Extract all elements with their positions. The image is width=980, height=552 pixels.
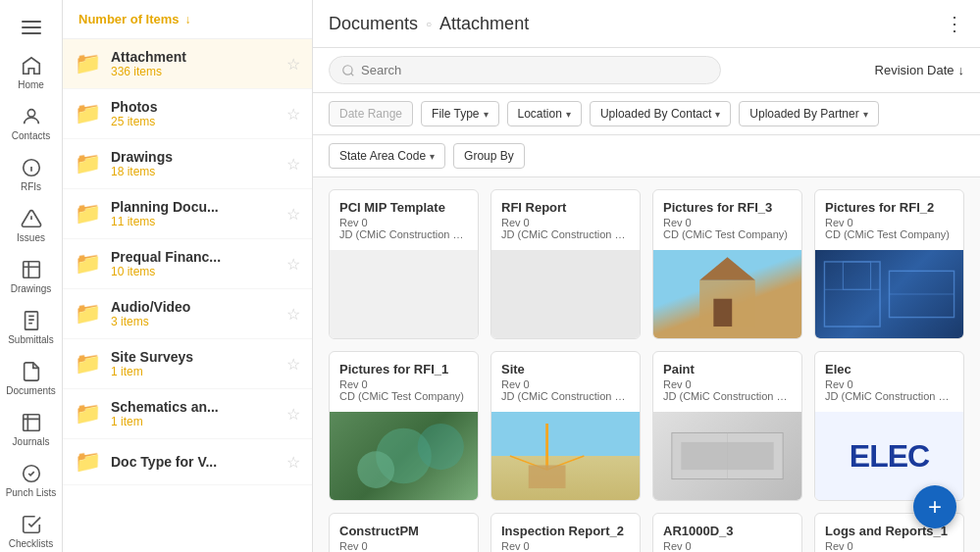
file-item-name: Attachment: [111, 49, 277, 65]
doc-rev: Rev 0: [339, 217, 468, 228]
chevron-down-icon: ▾: [430, 151, 435, 162]
document-card[interactable]: AR1000D_3 Rev 0 CD (CMiC Test Company): [652, 513, 802, 552]
file-item-schematics[interactable]: 📁 Schematics an... 1 item ☆: [63, 389, 312, 439]
sidebar-item-documents[interactable]: Documents: [0, 353, 62, 404]
document-card[interactable]: Paint Rev 0 JD (CMiC Construction Co...: [652, 351, 802, 501]
star-icon[interactable]: ☆: [286, 105, 300, 124]
state-area-code-filter[interactable]: State Area Code ▾: [329, 143, 445, 169]
star-icon[interactable]: ☆: [286, 255, 300, 274]
doc-rev: Rev 0: [663, 217, 792, 228]
doc-title: RFI Report: [501, 200, 630, 215]
file-type-filter[interactable]: File Type ▾: [421, 101, 498, 126]
add-button[interactable]: +: [913, 485, 956, 528]
file-item-count: 11 items: [111, 215, 277, 228]
sidebar-item-home[interactable]: Home: [0, 47, 62, 98]
file-item-drawings[interactable]: 📁 Drawings 18 items ☆: [63, 139, 312, 189]
star-icon[interactable]: ☆: [286, 155, 300, 174]
star-icon[interactable]: ☆: [286, 305, 300, 324]
doc-rev: Rev 0: [663, 378, 792, 390]
search-box[interactable]: [329, 56, 721, 84]
file-item-name: Schematics an...: [111, 399, 277, 415]
doc-thumbnail: [815, 250, 963, 338]
star-icon[interactable]: ☆: [286, 55, 300, 74]
group-by-filter[interactable]: Group By: [453, 143, 525, 169]
chevron-down-icon: ▾: [566, 109, 571, 120]
sidebar-item-punch-lists[interactable]: Punch Lists: [0, 455, 62, 506]
menu-icon[interactable]: [0, 8, 62, 47]
sidebar-item-drawings[interactable]: Drawings: [0, 251, 62, 302]
revision-date-arrow: ↓: [958, 63, 965, 77]
doc-title: Site: [501, 362, 630, 376]
doc-company: JD (CMiC Construction Co...: [501, 228, 630, 240]
document-card[interactable]: Site Rev 0 JD (CMiC Construction Co...: [490, 351, 641, 501]
file-sort-header[interactable]: Number of Items ↓: [63, 0, 312, 39]
svg-point-3: [27, 110, 34, 117]
star-icon[interactable]: ☆: [286, 205, 300, 224]
sidebar-item-journals[interactable]: Journals: [0, 404, 62, 455]
sidebar-item-contacts[interactable]: Contacts: [0, 98, 62, 149]
revision-date-sort[interactable]: Revision Date ↓: [875, 63, 964, 77]
doc-title: AR1000D_3: [663, 524, 792, 538]
sidebar-item-submittals[interactable]: Submittals: [0, 302, 62, 353]
location-filter[interactable]: Location ▾: [507, 101, 582, 126]
doc-rev: Rev 0: [825, 540, 954, 552]
doc-company: JD (CMiC Construction Co...: [501, 390, 630, 402]
doc-company: JD (CMiC Construction Co...: [825, 390, 954, 402]
doc-company: CD (CMiC Test Company): [339, 390, 468, 402]
file-item-name: Photos: [111, 99, 277, 115]
file-item-count: 336 items: [111, 65, 277, 78]
breadcrumb: Documents ○ Attachment: [329, 14, 529, 34]
file-item-prequal[interactable]: 📁 Prequal Financ... 10 items ☆: [63, 239, 312, 289]
document-card[interactable]: Pictures for RFI_1 Rev 0 CD (CMiC Test C…: [329, 351, 479, 501]
document-card[interactable]: Elec Rev 0 JD (CMiC Construction Co... E…: [814, 351, 964, 501]
folder-icon: 📁: [75, 101, 101, 126]
file-item-site_surveys[interactable]: 📁 Site Surveys 1 item ☆: [63, 339, 312, 389]
doc-company: JD (CMiC Construction Co...: [339, 228, 468, 240]
svg-marker-13: [699, 257, 755, 280]
document-card[interactable]: ConstructPM Rev 0 JD (CMiC Construction …: [329, 513, 479, 552]
doc-title: PCI MIP Template: [339, 200, 468, 215]
document-card[interactable]: Pictures for RFI_3 Rev 0 CD (CMiC Test C…: [652, 189, 802, 339]
document-card[interactable]: Inspection Report_2 Rev 0 JD (CMiC Const…: [490, 513, 641, 552]
sidebar-item-checklists[interactable]: Checklists: [0, 506, 62, 552]
doc-company: CD (CMiC Test Company): [825, 228, 954, 240]
uploaded-by-partner-filter[interactable]: Uploaded By Partner ▾: [739, 101, 878, 126]
svg-rect-5: [23, 262, 39, 278]
doc-thumbnail: [491, 250, 640, 338]
document-card[interactable]: PCI MIP Template Rev 0 JD (CMiC Construc…: [329, 189, 479, 339]
doc-rev: Rev 0: [501, 378, 630, 390]
more-options-icon[interactable]: ⋮: [945, 12, 964, 35]
date-range-filter[interactable]: Date Range: [329, 101, 413, 126]
star-icon[interactable]: ☆: [286, 355, 300, 374]
folder-icon: 📁: [75, 201, 101, 226]
star-icon[interactable]: ☆: [286, 405, 300, 424]
star-icon[interactable]: ☆: [286, 453, 300, 472]
document-card[interactable]: RFI Report Rev 0 JD (CMiC Construction C…: [490, 189, 641, 339]
svg-point-10: [343, 65, 352, 74]
file-item-planning[interactable]: 📁 Planning Docu... 11 items ☆: [63, 189, 312, 239]
svg-point-22: [418, 424, 464, 470]
sidebar: Home Contacts RFIs Issues Drawings: [0, 0, 63, 552]
sidebar-item-rfis[interactable]: RFIs: [0, 149, 62, 200]
file-item-attachment[interactable]: 📁 Attachment 336 items ☆: [63, 39, 312, 89]
doc-thumbnail: [653, 250, 801, 338]
doc-thumbnail: [491, 412, 640, 500]
svg-rect-0: [22, 21, 41, 23]
folder-icon: 📁: [75, 151, 101, 176]
file-item-doc_type[interactable]: 📁 Doc Type for V... ☆: [63, 439, 312, 485]
doc-title: Paint: [663, 362, 792, 376]
file-item-photos[interactable]: 📁 Photos 25 items ☆: [63, 89, 312, 139]
file-item-name: Doc Type for V...: [111, 454, 277, 470]
document-card[interactable]: Pictures for RFI_2 Rev 0 CD (CMiC Test C…: [814, 189, 964, 339]
sidebar-item-issues[interactable]: Issues: [0, 200, 62, 251]
doc-title: Elec: [825, 362, 954, 376]
search-input[interactable]: [361, 63, 708, 77]
breadcrumb-current: Attachment: [439, 14, 529, 34]
sort-arrow: ↓: [185, 13, 191, 26]
file-item-audio[interactable]: 📁 Audio/Video 3 items ☆: [63, 289, 312, 339]
svg-rect-6: [25, 312, 37, 329]
file-item-count: 3 items: [111, 315, 277, 328]
file-item-count: 1 item: [111, 415, 277, 428]
uploaded-by-contact-filter[interactable]: Uploaded By Contact ▾: [590, 101, 731, 126]
doc-title: Pictures for RFI_1: [339, 362, 468, 376]
